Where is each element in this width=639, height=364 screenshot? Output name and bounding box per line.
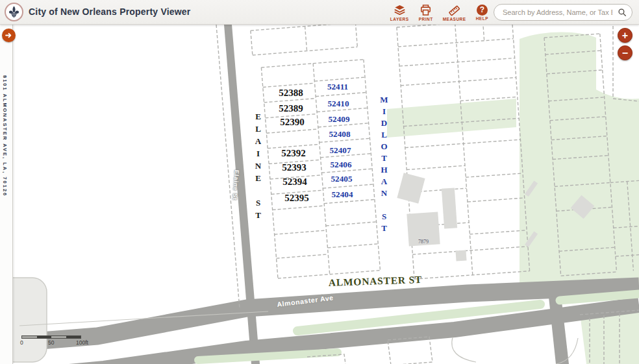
zoom-in-button[interactable]: + xyxy=(618,28,633,43)
street-label-almonaster-st: ALMONASTER ST xyxy=(329,274,423,288)
fleur-de-lis-icon xyxy=(7,5,21,19)
selected-address-label: 8101 ALMONASTER AVE, LA, 70126 xyxy=(2,75,8,197)
print-label: PRINT xyxy=(419,17,433,21)
parcel-label-east-0[interactable]: 52411 xyxy=(327,82,348,91)
left-sidebar: 8101 ALMONASTER AVE, LA, 70126 xyxy=(0,25,13,364)
app-header: City of New Orleans Property Viewer LAYE… xyxy=(0,0,639,25)
parcel-label-west-6[interactable]: 52395 xyxy=(284,193,309,203)
street-label-midlothan-st: MIDLOTHAN ST xyxy=(379,95,389,235)
road-cross-street xyxy=(549,296,569,364)
toolbar: LAYERS PRINT MEASURE xyxy=(390,0,488,25)
parcel-label-east-6[interactable]: 52405 xyxy=(331,174,353,184)
help-icon: ? xyxy=(477,5,488,16)
layers-label: LAYERS xyxy=(390,17,409,21)
search-icon[interactable] xyxy=(618,8,627,17)
measure-button[interactable]: MEASURE xyxy=(443,4,466,21)
scale-label-mid: 50 xyxy=(48,339,54,346)
plus-icon: + xyxy=(622,30,628,41)
parcel-label-east-4[interactable]: 52407 xyxy=(330,145,351,155)
measure-label: MEASURE xyxy=(443,17,466,21)
print-icon xyxy=(420,4,432,16)
search-input[interactable] xyxy=(494,4,633,21)
parcel-label-west-4[interactable]: 52393 xyxy=(282,162,307,173)
layers-button[interactable]: LAYERS xyxy=(390,4,409,21)
app-window: 7879 52388 52389 52390 52392 52393 52394… xyxy=(0,0,639,364)
arrow-right-icon xyxy=(5,31,13,40)
parcel-label-west-2[interactable]: 52390 xyxy=(280,117,305,127)
scale-label-max: 100ft xyxy=(76,339,88,346)
minus-icon: − xyxy=(622,48,628,58)
scale-bar: 0 50 100ft xyxy=(21,335,93,348)
print-button[interactable]: PRINT xyxy=(419,4,433,21)
parcel-label-east-5[interactable]: 52406 xyxy=(331,160,352,169)
new-orleans-logo xyxy=(5,3,23,21)
parcel-label-east-3[interactable]: 52408 xyxy=(329,129,351,139)
app-title: City of New Orleans Property Viewer xyxy=(29,6,191,17)
layers-icon xyxy=(394,4,406,16)
street-label-elaine-st-block: ELAINE ST xyxy=(253,112,263,223)
search-box xyxy=(494,4,633,21)
parcel-label-west-3[interactable]: 52392 xyxy=(281,148,306,158)
measure-icon xyxy=(448,4,460,16)
parcel-label-east-1[interactable]: 52410 xyxy=(328,99,349,108)
parcel-label-west-0[interactable]: 52388 xyxy=(279,88,303,98)
parcel-label-east-2[interactable]: 52409 xyxy=(329,114,350,124)
parcel-label-west-1[interactable]: 52389 xyxy=(279,103,303,114)
zoom-out-button[interactable]: − xyxy=(618,45,633,60)
parcel-grid-west xyxy=(251,25,381,279)
building-number-label[interactable]: 7879 xyxy=(418,239,429,245)
help-button[interactable]: ? HELP xyxy=(476,5,488,21)
sidebar-expand-button[interactable] xyxy=(2,29,16,42)
parcel-label-east-7[interactable]: 52404 xyxy=(332,189,353,199)
map-canvas[interactable]: 7879 52388 52389 52390 52392 52393 52394… xyxy=(0,25,639,364)
scale-label-zero: 0 xyxy=(20,339,23,346)
parcel-label-west-5[interactable]: 52394 xyxy=(282,176,307,187)
help-label: HELP xyxy=(476,16,488,21)
